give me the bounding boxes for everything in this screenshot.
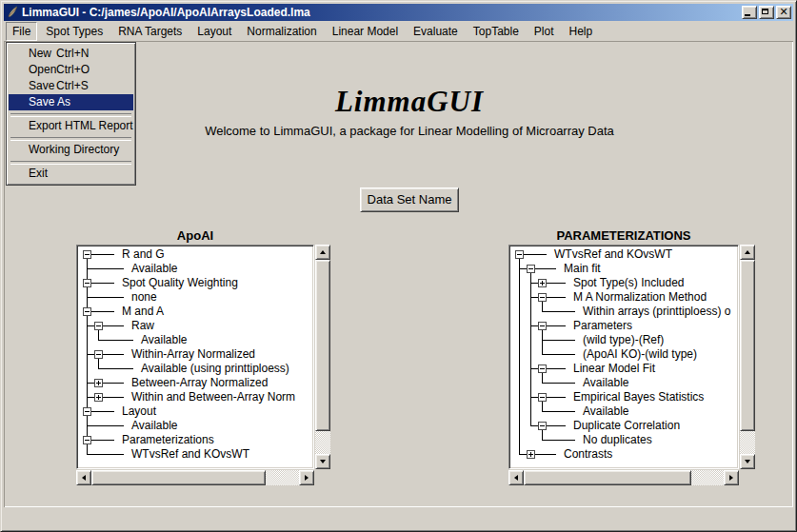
file-menu-item-export-html-report[interactable]: Export HTML Report (9, 118, 133, 134)
tree-toggle-minus-icon[interactable] (538, 422, 547, 430)
maximize-icon (762, 9, 768, 14)
close-button[interactable]: ✕ (776, 6, 791, 19)
tree-node-label[interactable]: Spot Quality Weighting (122, 277, 238, 289)
file-menu-item-working-directory[interactable]: Working Directory (9, 142, 133, 158)
menubar-item-linear-model[interactable]: Linear Model (326, 22, 405, 41)
scrollbar-thumb[interactable] (315, 260, 330, 431)
file-menu-item-new[interactable]: NewCtrl+N (9, 46, 133, 62)
tree-toggle-minus-icon[interactable] (515, 250, 524, 259)
scroll-left-button[interactable] (76, 470, 91, 485)
menubar-item-layout[interactable]: Layout (190, 22, 238, 41)
tree-node-label[interactable]: none (131, 291, 157, 304)
file-menu-item-open[interactable]: OpenCtrl+O (9, 62, 133, 78)
menubar-item-normalization[interactable]: Normalization (240, 22, 323, 41)
tree-node-label[interactable]: Spot Type(s) Included (573, 277, 685, 289)
menubar-item-help[interactable]: Help (563, 22, 600, 41)
tree-node-label[interactable]: M A Normalization Method (573, 291, 707, 304)
minimize-icon (745, 14, 750, 16)
tree-toggle-minus-icon[interactable] (94, 322, 103, 330)
scroll-up-button[interactable] (315, 245, 330, 260)
tree-connector-line (98, 368, 133, 369)
app-feather-icon[interactable] (6, 6, 19, 19)
file-menu-item-exit[interactable]: Exit (9, 166, 133, 182)
scrollbar-thumb[interactable] (91, 470, 266, 485)
tree-node-label[interactable]: WTvsRef and KOvsWT (554, 248, 672, 261)
tree-toggle-plus-icon[interactable] (94, 393, 103, 402)
tree-node-label[interactable]: Within and Between-Array Norm (131, 391, 295, 404)
tree-node-label[interactable]: Available (131, 263, 177, 275)
vertical-scrollbar[interactable] (740, 245, 755, 469)
left-tree-canvas[interactable]: R and GAvailableSpot Quality Weightingno… (76, 245, 314, 469)
tree-toggle-minus-icon[interactable] (538, 322, 547, 330)
tree-node-label[interactable]: Within-Array Normalized (131, 348, 255, 361)
tree-node-label[interactable]: Available (141, 334, 187, 346)
scrollbar-thumb[interactable] (740, 260, 755, 431)
tree-node-label[interactable]: (ApoAI KO)-(wild type) (583, 348, 697, 361)
menu-item-label: Open (29, 63, 56, 76)
scroll-right-button[interactable] (724, 470, 739, 485)
maximize-button[interactable] (759, 6, 774, 19)
tree-node-label[interactable]: Parameterizations (122, 434, 214, 446)
menubar-item-toptable[interactable]: TopTable (467, 22, 526, 41)
right-tree-canvas[interactable]: WTvsRef and KOvsWTMain fitSpot Type(s) I… (508, 245, 739, 469)
tree-toggle-minus-icon[interactable] (83, 250, 91, 259)
scroll-up-button[interactable] (740, 245, 755, 260)
minimize-button[interactable] (742, 6, 757, 19)
tree-node-label[interactable]: Empirical Bayes Statistics (573, 391, 704, 404)
scroll-down-button[interactable] (740, 454, 755, 469)
scrollbar-track[interactable] (315, 260, 330, 454)
menubar-item-plot[interactable]: Plot (528, 22, 561, 41)
tree-node-label[interactable]: Available (583, 377, 628, 389)
scroll-down-button[interactable] (315, 454, 330, 469)
tree-node-label[interactable]: Between-Array Normalized (131, 377, 268, 389)
scrollbar-track[interactable] (740, 260, 755, 454)
scrollbar-track[interactable] (91, 470, 299, 485)
tree-node-label[interactable]: Main fit (564, 263, 601, 275)
tree-node-label[interactable]: No duplicates (583, 434, 652, 446)
title-bar[interactable]: LimmaGUI - C:/james/ApoAI/ApoAIArraysLoa… (4, 4, 793, 21)
menubar-item-rna-targets[interactable]: RNA Targets (111, 22, 189, 41)
tree-node-label[interactable]: Linear Model Fit (573, 363, 655, 375)
scroll-right-button[interactable] (299, 470, 314, 485)
menubar-item-evaluate[interactable]: Evaluate (407, 22, 465, 41)
tree-node-label[interactable]: (wild type)-(Ref) (583, 334, 664, 346)
tree-toggle-minus-icon[interactable] (538, 393, 547, 402)
tree-toggle-minus-icon[interactable] (538, 293, 547, 302)
tree-connector-line (530, 325, 566, 326)
tree-toggle-minus-icon[interactable] (527, 265, 535, 273)
tree-node-label[interactable]: Available (131, 420, 177, 432)
tree-node-label[interactable]: Parameters (573, 320, 632, 332)
scrollbar-corner (315, 470, 330, 485)
tree-toggle-plus-icon[interactable] (538, 279, 547, 287)
tree-toggle-minus-icon[interactable] (94, 350, 103, 359)
tree-toggle-minus-icon[interactable] (83, 436, 91, 444)
scrollbar-thumb[interactable] (524, 470, 691, 485)
tree-toggle-minus-icon[interactable] (83, 407, 91, 416)
scrollbar-track[interactable] (524, 470, 724, 485)
tree-toggle-minus-icon[interactable] (83, 307, 91, 316)
scroll-left-button[interactable] (508, 470, 524, 485)
tree-toggle-minus-icon[interactable] (83, 279, 91, 287)
menu-item-accelerator: Ctrl+S (56, 78, 89, 94)
tree-toggle-minus-icon[interactable] (538, 365, 547, 373)
tree-node-label[interactable]: Available (using printtiploess) (141, 363, 289, 375)
tree-node-label[interactable]: WTvsRef and KOvsWT (131, 448, 249, 461)
tree-node-label[interactable]: Available (583, 405, 628, 418)
tree-node-label[interactable]: Within arrays (printtiploess) o (583, 305, 730, 318)
horizontal-scrollbar[interactable] (508, 470, 739, 485)
tree-node-label[interactable]: Contrasts (564, 448, 612, 461)
tree-toggle-plus-icon[interactable] (94, 379, 103, 387)
tree-toggle-plus-icon[interactable] (527, 450, 535, 459)
data-set-name-button[interactable]: Data Set Name (360, 187, 459, 212)
tree-node-label[interactable]: Layout (122, 405, 156, 418)
tree-node-label[interactable]: Raw (131, 320, 154, 332)
file-menu-item-save-as[interactable]: Save As (9, 94, 133, 110)
tree-node-label[interactable]: M and A (122, 305, 164, 318)
vertical-scrollbar[interactable] (315, 245, 330, 469)
menubar-item-file[interactable]: File (6, 22, 37, 41)
tree-node-label[interactable]: R and G (122, 248, 165, 261)
horizontal-scrollbar[interactable] (76, 470, 314, 485)
menubar-item-spot-types[interactable]: Spot Types (39, 22, 110, 41)
tree-node-label[interactable]: Duplicate Correlation (573, 420, 680, 432)
file-menu-item-save[interactable]: SaveCtrl+S (9, 78, 133, 94)
